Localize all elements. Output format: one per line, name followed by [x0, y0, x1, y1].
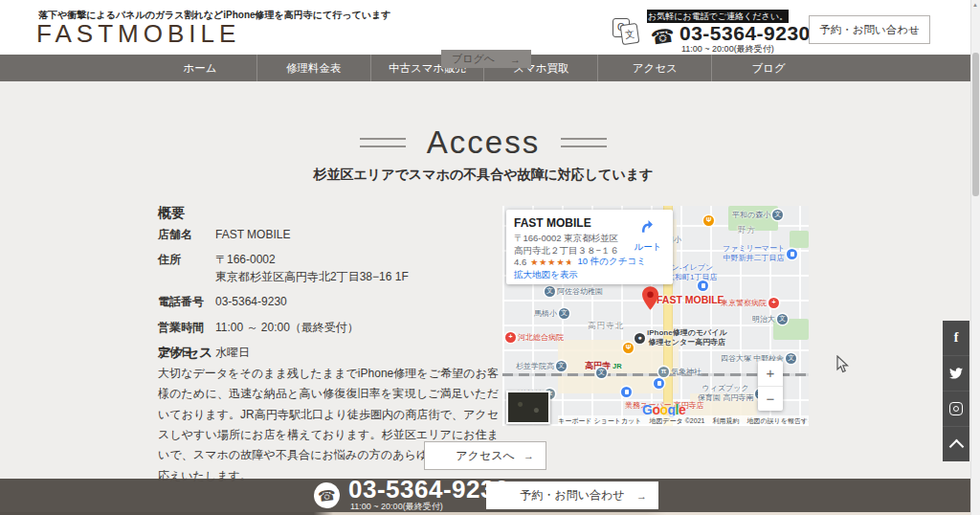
map-attribution-item[interactable]: キーボード ショートカット: [558, 416, 641, 426]
map-poi-label: 杉並学院高: [516, 362, 554, 371]
map-poi-label: 野方: [738, 225, 756, 235]
overview-label: 店舗名: [158, 227, 215, 243]
translate-icon[interactable]: G 文: [612, 16, 645, 47]
zoom-in-button[interactable]: +: [758, 361, 783, 387]
access-page-button[interactable]: アクセスへ →: [424, 441, 546, 470]
expand-map-link[interactable]: 拡大地図を表示: [514, 269, 578, 281]
title-rule-right: [561, 138, 607, 147]
map-poi-label: iPhone修理のモバイル 修理センター高円寺店: [647, 328, 727, 347]
store-icon: [654, 378, 664, 389]
map-poi[interactable]: 高円寺北: [588, 321, 624, 331]
rating-value: 4.6: [514, 257, 526, 267]
overview-row: 営業時間11:00 ～ 20:00（最終受付）: [158, 320, 498, 336]
phone-icon: ☎: [649, 23, 676, 49]
repair-pin-icon: ●: [635, 333, 645, 344]
map-zoom-control: + −: [758, 361, 783, 411]
overview-label: 営業時間: [158, 320, 215, 336]
map-poi-label: 阿佐谷幼稚園: [557, 287, 603, 297]
nav-item-home[interactable]: ホーム: [144, 55, 256, 81]
arrow-icon: →: [510, 54, 521, 65]
map-poi[interactable]: 杉並学院高文: [516, 361, 567, 371]
header-phone-number[interactable]: 03-5364-9230: [679, 22, 811, 45]
map-poi-label: ファミリーマート 中野新井二丁目店: [723, 244, 785, 263]
zoom-out-button[interactable]: −: [758, 387, 783, 412]
bus-icon: [698, 280, 708, 291]
nav-item-access[interactable]: アクセス: [597, 55, 711, 81]
site-logo[interactable]: FASTMOBILE: [36, 19, 240, 49]
torii-icon: π: [658, 367, 669, 377]
store-icon[interactable]: [654, 378, 664, 389]
twitter-icon[interactable]: [943, 355, 969, 391]
contact-button-header[interactable]: 予約・お問い合わせ →: [809, 15, 930, 44]
school-icon: 文: [556, 361, 567, 371]
map-attribution-item[interactable]: 地図の誤りを報告する: [746, 416, 809, 426]
map-poi-label: 東京警察病院: [721, 299, 767, 308]
scrollbar[interactable]: ▲: [970, 0, 980, 515]
map-poi-label: 平和の森小: [732, 211, 770, 220]
overview-label: 電話番号: [158, 294, 215, 310]
school-icon: 文: [786, 353, 796, 364]
mouse-cursor-icon: [836, 355, 849, 377]
overview-value: 水曜日: [215, 345, 250, 361]
overview-value: 11:00 ～ 20:00（最終受付）: [215, 320, 359, 336]
route-button[interactable]: ルート: [632, 219, 664, 254]
scrollbar-thumb[interactable]: [972, 53, 979, 196]
map-poi-label: 高円寺北: [588, 321, 624, 331]
store-icon: [787, 249, 797, 259]
school-icon: 文: [772, 210, 783, 220]
restaurant-icon: Ψ: [623, 343, 634, 353]
reviews-link[interactable]: 10 件のクチコミ: [578, 256, 646, 268]
bus-icon[interactable]: [698, 280, 708, 291]
map-poi[interactable]: +河北総合病院: [505, 332, 564, 343]
map-poi-label: 馬橋小: [534, 309, 557, 319]
map-poi[interactable]: 東京警察病院+: [721, 298, 779, 308]
overview-heading: 概要: [158, 205, 185, 222]
restaurant-icon: Ψ: [703, 215, 714, 226]
satellite-view-thumbnail[interactable]: [506, 391, 550, 424]
site-header: 落下や衝撃によるパネルのガラス割れなどiPhone修理を高円寺にて行っています …: [0, 0, 980, 55]
map-card-rating-row: 4.6 ★★★★★ ★★★★★ 10 件のクチコミ: [514, 256, 646, 268]
map-attribution-item[interactable]: 地図データ ©2021: [649, 416, 704, 426]
map-poi[interactable]: ファミリーマート 中野新井二丁目店: [723, 244, 797, 263]
map-poi[interactable]: 明治大文: [752, 314, 788, 325]
title-rule-left: [360, 138, 406, 147]
access-heading: アクセス: [158, 345, 212, 362]
map-attribution-item[interactable]: 利用規約: [712, 416, 739, 426]
footer-phone-hours: 11:00 ~ 20:00(最終受付): [350, 501, 443, 513]
map-poi[interactable]: π気象神社: [658, 367, 702, 377]
scrollbar-up-arrow[interactable]: ▲: [972, 2, 978, 8]
restaurant-icon[interactable]: Ψ: [703, 215, 714, 226]
map-poi[interactable]: 文阿佐谷幼稚園: [545, 286, 603, 297]
blog-popup[interactable]: ブログへ →: [441, 50, 531, 68]
nav-item-repair-price[interactable]: 修理料金表: [256, 55, 370, 81]
cart-icon: [621, 387, 632, 397]
school-icon[interactable]: 文: [596, 368, 607, 378]
jr-icon: JR: [612, 362, 622, 370]
nav-item-blog[interactable]: ブログ: [711, 55, 825, 81]
google-map[interactable]: 平和の森小文野方Ψ啓明小ファミリーマート 中野新井二丁目店セブン-イレブン 野方…: [502, 206, 809, 426]
map-poi[interactable]: ●iPhone修理のモバイル 修理センター高円寺店: [635, 328, 727, 347]
facebook-icon[interactable]: f: [943, 321, 969, 355]
map-poi-label: 気象神社: [671, 368, 702, 377]
map-poi[interactable]: ウィズブック 保育園 高円寺南文: [698, 384, 766, 403]
map-pin-icon[interactable]: [642, 286, 658, 314]
arrow-icon: →: [636, 490, 647, 502]
restaurant-icon[interactable]: Ψ: [623, 343, 634, 353]
hospital-icon: +: [768, 298, 779, 308]
map-poi[interactable]: 平和の森小文: [732, 210, 783, 220]
map-poi[interactable]: 馬橋小文: [534, 308, 569, 319]
overview-value: 03-5364-9230: [215, 294, 287, 310]
instagram-icon[interactable]: [943, 391, 969, 426]
cart-icon[interactable]: [621, 387, 632, 397]
map-poi[interactable]: FAST MOBILE: [657, 294, 724, 306]
map-attribution[interactable]: キーボード ショートカット地図データ ©2021利用規約地図の誤りを報告する: [558, 415, 809, 426]
directions-icon: [640, 219, 657, 235]
route-label: ルート: [632, 241, 664, 254]
map-poi[interactable]: 野方: [738, 225, 756, 235]
overview-value: FAST MOBILE: [215, 227, 290, 243]
overview-row: 電話番号03-5364-9230: [158, 294, 498, 310]
map-poi-label: ウィズブック 保育園 高円寺南: [698, 384, 753, 403]
contact-button-footer[interactable]: 予約・お問い合わせ →: [486, 481, 658, 509]
scroll-top-icon[interactable]: [943, 426, 969, 461]
hospital-icon: +: [505, 332, 516, 343]
